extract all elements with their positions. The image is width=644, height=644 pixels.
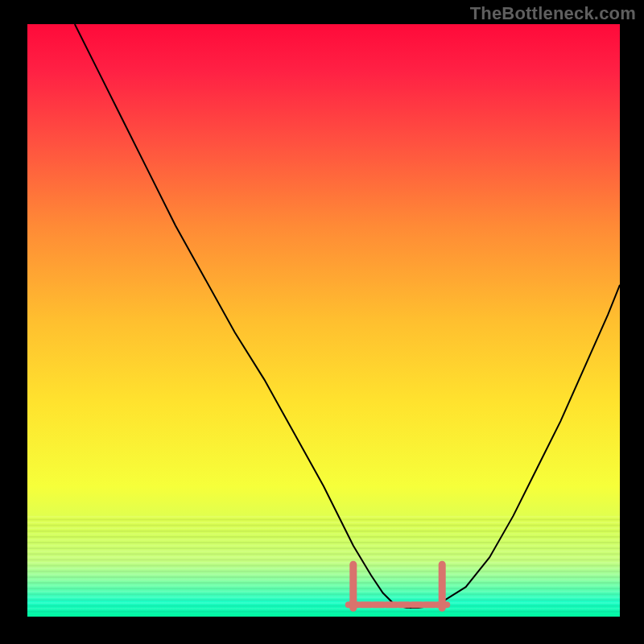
plot-area — [27, 24, 620, 617]
svg-rect-1 — [27, 518, 620, 520]
watermark-text: TheBottleneck.com — [470, 3, 636, 24]
svg-rect-15 — [27, 559, 620, 560]
svg-rect-26 — [27, 591, 620, 592]
svg-rect-11 — [27, 547, 620, 549]
svg-rect-24 — [27, 585, 620, 587]
svg-rect-23 — [27, 582, 620, 584]
svg-rect-19 — [27, 571, 620, 572]
svg-rect-5 — [27, 530, 620, 532]
svg-rect-3 — [27, 525, 620, 526]
svg-rect-6 — [27, 533, 620, 535]
svg-rect-25 — [27, 588, 620, 589]
chart-frame: TheBottleneck.com — [0, 0, 644, 644]
svg-rect-20 — [27, 573, 620, 575]
svg-rect-18 — [27, 568, 620, 569]
svg-rect-27 — [27, 593, 620, 595]
svg-rect-14 — [27, 556, 620, 558]
svg-rect-12 — [27, 551, 620, 552]
svg-rect-17 — [27, 565, 620, 567]
svg-rect-21 — [27, 576, 620, 578]
svg-rect-16 — [27, 562, 620, 564]
svg-rect-7 — [27, 536, 620, 538]
svg-rect-0 — [27, 516, 620, 518]
svg-rect-2 — [27, 522, 620, 523]
svg-rect-8 — [27, 539, 620, 540]
svg-rect-10 — [27, 545, 620, 547]
svg-rect-31 — [27, 605, 620, 607]
svg-rect-29 — [27, 599, 620, 601]
plot-svg — [27, 24, 620, 617]
svg-rect-9 — [27, 542, 620, 543]
svg-rect-33 — [27, 611, 620, 613]
svg-rect-4 — [27, 527, 620, 529]
svg-rect-32 — [27, 608, 620, 609]
svg-rect-13 — [27, 553, 620, 555]
svg-rect-28 — [27, 597, 620, 598]
svg-rect-30 — [27, 602, 620, 604]
svg-rect-22 — [27, 579, 620, 580]
